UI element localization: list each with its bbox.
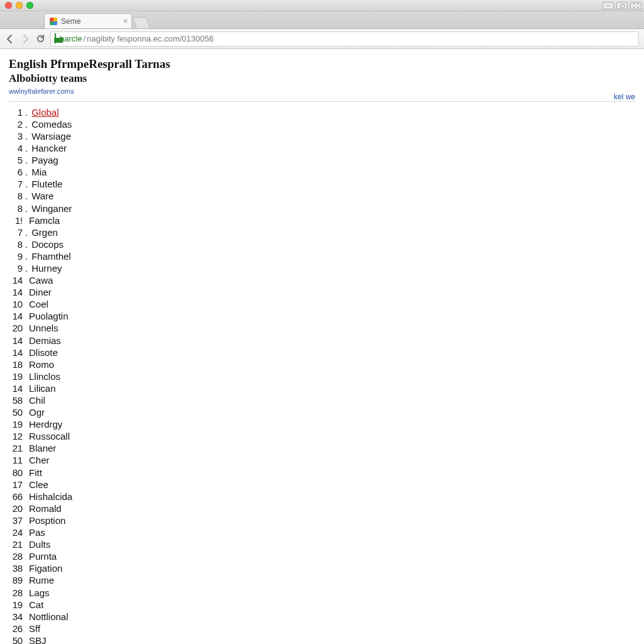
list-item-label: Hurney	[31, 263, 62, 274]
list-item-number: 21	[9, 539, 23, 550]
list-item-label[interactable]: Global	[31, 107, 58, 118]
list-item: 3.Warsiage	[9, 131, 635, 143]
list-item-number: 8	[9, 191, 23, 201]
list-item-label: Payag	[31, 155, 58, 165]
list-item: 14Lilican	[9, 383, 635, 395]
tab-favicon-icon	[50, 18, 57, 25]
list-item: 9.Hurney	[9, 263, 635, 275]
list-item: 28Lags	[9, 587, 635, 599]
address-bar[interactable]: harcle / nagibity fesponna.ec.com/013005…	[50, 31, 639, 47]
list-item-number: 14	[9, 383, 23, 394]
list-item-dot: .	[25, 155, 28, 165]
list-item-label: Purnta	[29, 551, 57, 562]
list-item-label: Mia	[31, 167, 47, 177]
list-item-label: Herdrgy	[29, 419, 62, 430]
list-item: 14Demias	[9, 335, 635, 347]
list-item: 20Romald	[9, 503, 635, 515]
list-item: 2.Comedas	[9, 119, 635, 131]
list-item-label: Demias	[29, 335, 61, 346]
list-item-dot: .	[25, 107, 28, 118]
list-item: 8.Winganer	[9, 203, 635, 215]
window-titlebar: – ◻ ⛶	[0, 0, 644, 11]
window-aux-button-1[interactable]: –	[602, 2, 614, 9]
list-item-number: 34	[9, 611, 23, 622]
nav-forward-button[interactable]	[20, 34, 30, 44]
page-title: English PfrmpeResprall Tarnas	[9, 57, 635, 72]
list-item: 20Unnels	[9, 323, 635, 335]
list-item: 18Romo	[9, 359, 635, 371]
window-aux-button-3[interactable]: ⛶	[630, 2, 641, 9]
list-item-label: Cat	[29, 599, 43, 610]
window-zoom-button[interactable]	[26, 2, 33, 9]
list-item: 5.Payag	[9, 155, 635, 167]
reload-icon	[36, 34, 45, 43]
list-item-number: 4	[9, 143, 23, 153]
list-item-label: Unnels	[29, 323, 58, 333]
window-aux-button-2[interactable]: ◻	[616, 2, 628, 9]
top-right-link[interactable]: kel we	[614, 92, 635, 101]
nav-reload-button[interactable]	[35, 34, 45, 44]
list-item: 37Posption	[9, 515, 635, 527]
list-item-number: 7	[9, 227, 23, 238]
list-item-number: 20	[9, 323, 23, 333]
browser-tabstrip: Seme ×	[0, 11, 644, 29]
list-item: 50Ogr	[9, 407, 635, 419]
page-site-sub: wwlnyltalefarer.coms	[9, 87, 635, 95]
list-item-label: Fitt	[29, 467, 42, 478]
list-item: 12Russocall	[9, 431, 635, 443]
list-item-dot: .	[25, 191, 28, 201]
list-item-number: 12	[9, 431, 23, 441]
list-item-label: Docops	[31, 239, 64, 250]
list-item-number: 11	[9, 455, 23, 465]
list-item: 6.Mia	[9, 167, 635, 179]
list-item-number: 14	[9, 311, 23, 321]
list-item-number: 6	[9, 167, 23, 177]
url-path: nagibity fesponna.ec.com/0130056	[87, 34, 214, 43]
list-item: 14Cawa	[9, 275, 635, 287]
list-item-number: 28	[9, 551, 23, 562]
browser-toolbar: harcle / nagibity fesponna.ec.com/013005…	[0, 29, 644, 49]
list-item: 66Hishalcida	[9, 491, 635, 503]
list-item: 38Figation	[9, 563, 635, 575]
list-item-number: 7	[9, 179, 23, 189]
browser-tab-active[interactable]: Seme ×	[44, 13, 132, 28]
list-item-label: Dlisote	[29, 347, 58, 358]
horizontal-rule: kel we	[9, 101, 635, 102]
list-item: 1.Global	[9, 107, 635, 119]
list-item-number: 5	[9, 155, 23, 165]
list-item-number: 14	[9, 347, 23, 358]
list-item-label: Sff	[29, 623, 40, 634]
numbered-list: 1.Global2.Comedas3.Warsiage4.Hancker5.Pa…	[9, 107, 635, 644]
list-item: 89Rume	[9, 575, 635, 587]
window-close-button[interactable]	[5, 2, 12, 9]
list-item-number: 1	[9, 107, 23, 118]
list-item-label: Cawa	[29, 275, 53, 286]
list-item-dot: .	[25, 143, 28, 153]
new-tab-button[interactable]	[133, 17, 150, 28]
tab-title: Seme	[61, 17, 80, 26]
list-item-label: Puolagtin	[29, 311, 69, 321]
list-item-label: Clee	[29, 479, 48, 490]
list-item-number: 89	[9, 575, 23, 586]
list-item-number: 37	[9, 515, 23, 526]
list-item-label: Llinclos	[29, 371, 60, 382]
list-item: 1!Famcla	[9, 215, 635, 227]
list-item-number: 18	[9, 359, 23, 370]
list-item-number: 19	[9, 419, 23, 430]
list-item-number: 66	[9, 491, 23, 502]
list-item-number: 1!	[9, 215, 23, 226]
list-item: 9.Fhamthel	[9, 251, 635, 263]
list-item-label: Dults	[29, 539, 50, 550]
list-item: 7.Grgen	[9, 227, 635, 239]
url-host: harcle	[60, 34, 82, 43]
list-item-label: Pas	[29, 527, 45, 538]
tab-close-icon[interactable]: ×	[123, 17, 128, 26]
list-item-label: Ogr	[29, 407, 45, 418]
list-item-label: Lilican	[29, 383, 56, 394]
list-item-label: Nottlional	[29, 611, 69, 622]
list-item-number: 24	[9, 527, 23, 538]
nav-back-button[interactable]	[5, 34, 15, 44]
list-item-label: Romald	[29, 503, 62, 514]
list-item: 8.Ware	[9, 191, 635, 203]
window-minimize-button[interactable]	[16, 2, 23, 9]
